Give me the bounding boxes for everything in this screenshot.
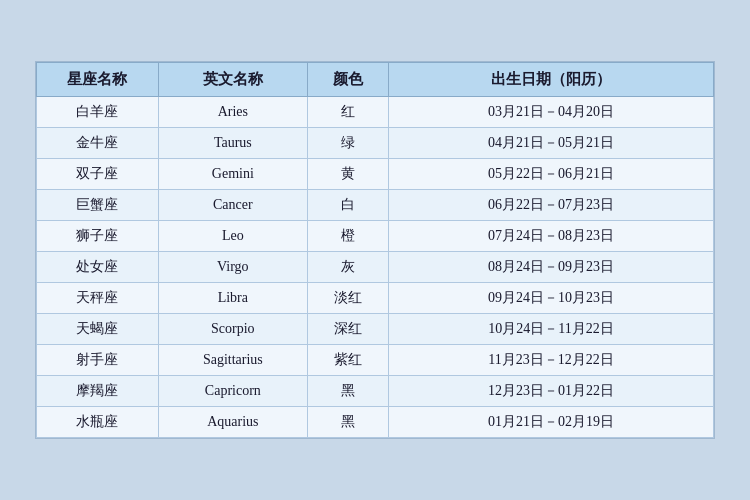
cell-chinese: 金牛座 [37,128,159,159]
cell-chinese: 天秤座 [37,283,159,314]
cell-date: 12月23日－01月22日 [389,376,714,407]
cell-english: Scorpio [158,314,307,345]
cell-color: 深红 [307,314,388,345]
cell-chinese: 白羊座 [37,97,159,128]
cell-english: Taurus [158,128,307,159]
cell-date: 09月24日－10月23日 [389,283,714,314]
table-header-row: 星座名称 英文名称 颜色 出生日期（阳历） [37,63,714,97]
cell-date: 03月21日－04月20日 [389,97,714,128]
cell-date: 08月24日－09月23日 [389,252,714,283]
table-row: 射手座Sagittarius紫红11月23日－12月22日 [37,345,714,376]
cell-date: 01月21日－02月19日 [389,407,714,438]
zodiac-table: 星座名称 英文名称 颜色 出生日期（阳历） 白羊座Aries红03月21日－04… [36,62,714,438]
cell-chinese: 巨蟹座 [37,190,159,221]
cell-date: 10月24日－11月22日 [389,314,714,345]
cell-color: 红 [307,97,388,128]
cell-date: 04月21日－05月21日 [389,128,714,159]
cell-english: Leo [158,221,307,252]
table-row: 处女座Virgo灰08月24日－09月23日 [37,252,714,283]
cell-color: 淡红 [307,283,388,314]
cell-english: Aquarius [158,407,307,438]
cell-chinese: 天蝎座 [37,314,159,345]
cell-english: Virgo [158,252,307,283]
cell-color: 黑 [307,376,388,407]
zodiac-table-container: 星座名称 英文名称 颜色 出生日期（阳历） 白羊座Aries红03月21日－04… [35,61,715,439]
cell-english: Sagittarius [158,345,307,376]
cell-english: Gemini [158,159,307,190]
table-row: 天秤座Libra淡红09月24日－10月23日 [37,283,714,314]
cell-date: 07月24日－08月23日 [389,221,714,252]
cell-color: 白 [307,190,388,221]
cell-date: 11月23日－12月22日 [389,345,714,376]
cell-color: 橙 [307,221,388,252]
cell-chinese: 双子座 [37,159,159,190]
cell-chinese: 摩羯座 [37,376,159,407]
cell-english: Cancer [158,190,307,221]
cell-color: 黑 [307,407,388,438]
table-row: 双子座Gemini黄05月22日－06月21日 [37,159,714,190]
cell-color: 灰 [307,252,388,283]
table-row: 天蝎座Scorpio深红10月24日－11月22日 [37,314,714,345]
cell-chinese: 狮子座 [37,221,159,252]
cell-chinese: 水瓶座 [37,407,159,438]
cell-chinese: 射手座 [37,345,159,376]
cell-color: 黄 [307,159,388,190]
cell-english: Libra [158,283,307,314]
cell-chinese: 处女座 [37,252,159,283]
cell-color: 绿 [307,128,388,159]
table-row: 白羊座Aries红03月21日－04月20日 [37,97,714,128]
header-english-name: 英文名称 [158,63,307,97]
cell-english: Aries [158,97,307,128]
table-row: 巨蟹座Cancer白06月22日－07月23日 [37,190,714,221]
cell-date: 06月22日－07月23日 [389,190,714,221]
table-row: 摩羯座Capricorn黑12月23日－01月22日 [37,376,714,407]
cell-date: 05月22日－06月21日 [389,159,714,190]
cell-color: 紫红 [307,345,388,376]
table-body: 白羊座Aries红03月21日－04月20日金牛座Taurus绿04月21日－0… [37,97,714,438]
header-chinese-name: 星座名称 [37,63,159,97]
cell-english: Capricorn [158,376,307,407]
table-row: 水瓶座Aquarius黑01月21日－02月19日 [37,407,714,438]
table-row: 狮子座Leo橙07月24日－08月23日 [37,221,714,252]
table-row: 金牛座Taurus绿04月21日－05月21日 [37,128,714,159]
header-color: 颜色 [307,63,388,97]
header-birthday: 出生日期（阳历） [389,63,714,97]
